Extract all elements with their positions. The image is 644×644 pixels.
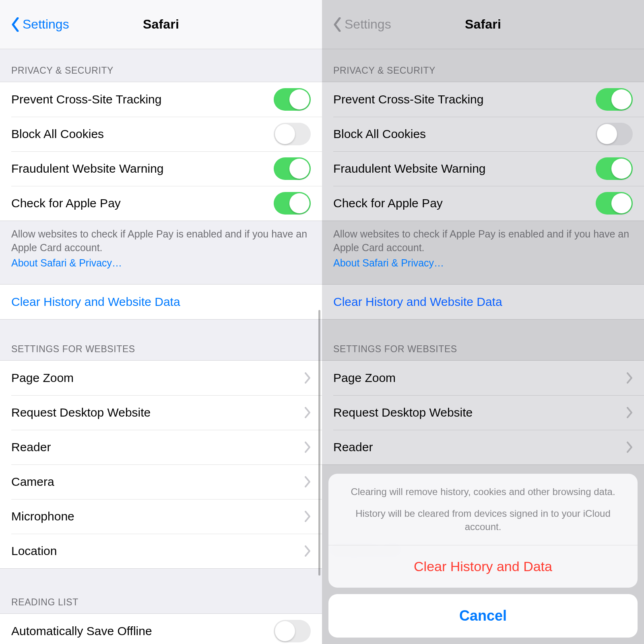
navbar: Settings Safari [0,0,322,49]
chevron-right-icon [626,372,633,384]
chevron-left-icon [333,17,341,32]
row-label: Reader [333,440,373,454]
row-block-cookies: Block All Cookies [322,117,644,151]
toggle-prevent-tracking[interactable] [274,88,311,111]
websites-group: Page Zoom Request Desktop Website Reader [322,360,644,465]
about-safari-privacy-link: About Safari & Privacy… [333,256,633,270]
settings-scroll[interactable]: PRIVACY & SECURITY Prevent Cross-Site Tr… [0,49,322,644]
row-block-cookies[interactable]: Block All Cookies [0,117,322,151]
clear-group: Clear History and Website Data [0,284,322,320]
cancel-label: Cancel [459,607,507,624]
clear-history-label: Clear History and Website Data [11,295,180,309]
clear-history-button: Clear History and Website Data [322,285,644,319]
row-label: Block All Cookies [333,127,426,141]
row-microphone[interactable]: Microphone [0,499,322,534]
back-button[interactable]: Settings [11,0,69,49]
row-label: Request Desktop Website [11,406,151,419]
row-prevent-tracking: Prevent Cross-Site Tracking [322,82,644,117]
clear-history-and-data-button[interactable]: Clear History and Data [328,545,638,588]
chevron-left-icon [11,17,19,32]
toggle-block-cookies [596,123,633,145]
row-fraudulent-warning[interactable]: Fraudulent Website Warning [0,151,322,186]
back-button: Settings [333,0,391,49]
chevron-right-icon [304,545,311,557]
back-label: Settings [23,17,69,32]
row-prevent-tracking[interactable]: Prevent Cross-Site Tracking [0,82,322,117]
chevron-right-icon [626,407,633,418]
sheet-msg-line1: Clearing will remove history, cookies an… [345,485,621,499]
row-apple-pay[interactable]: Check for Apple Pay [0,186,322,221]
row-save-offline[interactable]: Automatically Save Offline [0,614,322,644]
chevron-right-icon [304,476,311,487]
row-label: Fraudulent Website Warning [333,162,486,175]
safari-settings-screen: Settings Safari PRIVACY & SECURITY Preve… [0,0,322,644]
row-request-desktop[interactable]: Request Desktop Website [0,395,322,430]
sheet-action-label: Clear History and Data [414,559,552,574]
cancel-button[interactable]: Cancel [328,594,638,638]
row-label: Block All Cookies [11,127,104,141]
toggle-prevent-tracking [596,88,633,111]
row-label: Prevent Cross-Site Tracking [11,93,161,106]
action-sheet-card: Clearing will remove history, cookies an… [328,474,638,588]
row-page-zoom: Page Zoom [322,361,644,395]
row-label: Camera [11,475,54,489]
section-header-websites: SETTINGS FOR WEBSITES [322,320,644,360]
privacy-footer-text: Allow websites to check if Apple Pay is … [333,228,629,253]
row-label: Location [11,544,57,558]
toggle-block-cookies[interactable] [274,123,311,145]
privacy-footer-text: Allow websites to check if Apple Pay is … [11,228,307,253]
clear-history-label: Clear History and Website Data [333,295,502,309]
reading-group: Automatically Save Offline [0,613,322,644]
chevron-right-icon [304,372,311,384]
row-label: Check for Apple Pay [11,196,121,210]
row-reader: Reader [322,430,644,464]
row-label: Page Zoom [333,371,396,385]
privacy-group: Prevent Cross-Site Tracking Block All Co… [322,82,644,221]
navbar: Settings Safari [322,0,644,49]
row-label: Request Desktop Website [333,406,473,419]
section-header-websites: SETTINGS FOR WEBSITES [0,320,322,360]
row-label: Prevent Cross-Site Tracking [333,93,483,106]
chevron-right-icon [304,442,311,453]
toggle-save-offline[interactable] [274,620,311,642]
row-label: Page Zoom [11,371,74,385]
row-label: Check for Apple Pay [333,196,443,210]
sheet-msg-line2: History will be cleared from devices sig… [345,507,621,534]
page-title: Safari [143,17,179,32]
page-title: Safari [465,17,501,32]
privacy-footer: Allow websites to check if Apple Pay is … [0,221,322,270]
back-label: Settings [345,17,391,32]
row-fraudulent-warning: Fraudulent Website Warning [322,151,644,186]
section-header-privacy: PRIVACY & SECURITY [0,49,322,82]
toggle-apple-pay [596,192,633,215]
section-header-privacy: PRIVACY & SECURITY [322,49,644,82]
privacy-group: Prevent Cross-Site Tracking Block All Co… [0,82,322,221]
action-sheet-message: Clearing will remove history, cookies an… [328,474,638,545]
row-label: Fraudulent Website Warning [11,162,164,175]
action-sheet: Clearing will remove history, cookies an… [328,474,638,638]
clear-group: Clear History and Website Data [322,284,644,320]
toggle-fraudulent-warning[interactable] [274,157,311,180]
row-apple-pay: Check for Apple Pay [322,186,644,221]
row-label: Reader [11,440,51,454]
row-label: Automatically Save Offline [11,624,152,638]
safari-settings-with-sheet: Settings Safari PRIVACY & SECURITY Preve… [322,0,644,644]
websites-group: Page Zoom Request Desktop Website Reader… [0,360,322,569]
toggle-apple-pay[interactable] [274,192,311,215]
row-page-zoom[interactable]: Page Zoom [0,361,322,395]
privacy-footer: Allow websites to check if Apple Pay is … [322,221,644,270]
chevron-right-icon [304,407,311,418]
scrollbar[interactable] [318,310,320,576]
section-header-reading: READING LIST [0,569,322,613]
row-camera[interactable]: Camera [0,464,322,499]
chevron-right-icon [304,511,311,522]
row-reader[interactable]: Reader [0,430,322,464]
row-label: Microphone [11,510,74,523]
row-location[interactable]: Location [0,534,322,568]
row-request-desktop: Request Desktop Website [322,395,644,430]
chevron-right-icon [626,442,633,453]
clear-history-button[interactable]: Clear History and Website Data [0,285,322,319]
toggle-fraudulent-warning [596,157,633,180]
about-safari-privacy-link[interactable]: About Safari & Privacy… [11,256,311,270]
